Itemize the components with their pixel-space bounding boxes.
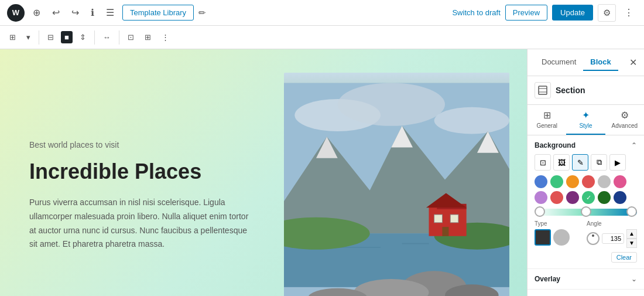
tab-block[interactable]: Block: [583, 54, 618, 71]
canvas-inner: Best world places to visit Incredible Pl…: [0, 49, 527, 296]
tab-advanced-label: Advanced: [612, 123, 638, 129]
text-section: Best world places to visit Incredible Pl…: [18, 128, 266, 263]
angle-stepper: ▲ ▼: [626, 229, 637, 248]
overlay-label: Overlay: [535, 275, 560, 283]
color-swatch-blue[interactable]: [535, 175, 547, 188]
bg-type-video[interactable]: ▶: [609, 154, 626, 171]
top-bar-right: Switch to draft Preview Update ⚙ ⋮: [452, 4, 637, 22]
clear-btn-wrapper: Clear: [535, 251, 637, 263]
panel-tabs: Document Block: [535, 54, 618, 71]
angle-input[interactable]: [602, 233, 624, 244]
color-row-1: [535, 175, 637, 188]
type-swatches: [535, 229, 582, 246]
width-button[interactable]: ↔: [100, 31, 114, 43]
color-swatch-purple-dark[interactable]: [566, 191, 579, 204]
more-button[interactable]: ⋮: [158, 31, 173, 43]
color-swatch-gray[interactable]: [598, 175, 611, 188]
block-section-label: Section: [556, 86, 585, 95]
panel-header: Document Block ✕: [527, 49, 644, 76]
info-button[interactable]: ℹ: [87, 5, 98, 21]
type-swatch-linear[interactable]: [535, 229, 551, 246]
bg-type-image[interactable]: 🖼: [553, 154, 570, 171]
separator-3: [119, 30, 119, 45]
padding-row[interactable]: Padding medium medium ⌄: [527, 290, 644, 296]
block-type-dropdown[interactable]: ▾: [23, 31, 34, 43]
color-swatch-purple-light[interactable]: [535, 191, 547, 204]
color-swatch-pink[interactable]: [614, 175, 626, 188]
type-angle-row: Type Angle ▲ ▼: [535, 220, 637, 248]
block-section-header: Section: [527, 76, 644, 105]
separator-2: [94, 30, 95, 45]
template-library-button[interactable]: Template Library: [122, 5, 194, 21]
tab-document[interactable]: Document: [535, 54, 583, 71]
gradient-handle-mid[interactable]: [581, 206, 591, 217]
gradient-handle-right[interactable]: [626, 206, 637, 217]
clear-button[interactable]: Clear: [611, 252, 637, 263]
overlay-chevron: ⌄: [631, 275, 637, 283]
grid-button[interactable]: ⊞: [141, 31, 155, 43]
add-block-button[interactable]: ⊕: [29, 5, 44, 21]
type-col: Type: [535, 220, 582, 246]
secondary-toolbar: ⊞ ▾ ⊟ ■ ⇕ ↔ ⊡ ⊞ ⋮: [0, 26, 644, 49]
bg-type-gradient[interactable]: ✎: [572, 154, 588, 171]
settings-button[interactable]: ⚙: [598, 4, 616, 22]
angle-input-wrap: ▲ ▼: [587, 229, 637, 248]
angle-dial[interactable]: [587, 232, 600, 245]
landscape-svg: [284, 73, 509, 296]
top-bar-left: W ⊕ ↩ ↪ ℹ ☰ Template Library ✏: [7, 4, 206, 22]
svg-rect-21: [450, 215, 458, 223]
color-swatch-red2[interactable]: [550, 191, 563, 204]
pencil-icon[interactable]: ✏: [198, 8, 206, 18]
bg-type-none[interactable]: ⊡: [535, 154, 551, 171]
preview-button[interactable]: Preview: [505, 5, 547, 21]
tab-style-label: Style: [579, 123, 592, 129]
svg-rect-20: [434, 215, 443, 223]
svg-point-3: [434, 107, 509, 134]
overlay-row[interactable]: Overlay ⌄: [527, 269, 644, 290]
tab-general[interactable]: ⊞ General: [527, 105, 566, 135]
media-button[interactable]: ⊡: [124, 31, 138, 43]
svg-rect-11: [402, 243, 429, 244]
color-swatch-dark-green[interactable]: [598, 191, 611, 204]
svg-rect-22: [442, 227, 448, 236]
block-section-icon: [535, 82, 551, 98]
angle-up-button[interactable]: ▲: [626, 229, 637, 239]
update-button[interactable]: Update: [552, 5, 593, 21]
wp-logo[interactable]: W: [7, 4, 25, 22]
gradient-handle-left[interactable]: [535, 206, 545, 217]
color-swatch-green[interactable]: [550, 175, 563, 188]
canvas[interactable]: Best world places to visit Incredible Pl…: [0, 49, 527, 296]
color-swatch-navy[interactable]: [614, 191, 626, 204]
switch-draft-button[interactable]: Switch to draft: [452, 8, 500, 17]
layout-button[interactable]: ⊟: [44, 31, 57, 43]
more-options-button[interactable]: ⋮: [621, 5, 637, 21]
gradient-bar[interactable]: [535, 209, 637, 216]
align-button[interactable]: ⇕: [76, 31, 90, 43]
angle-down-button[interactable]: ▼: [626, 239, 637, 248]
tab-style[interactable]: ✦ Style: [566, 105, 605, 135]
tab-advanced[interactable]: ⚙ Advanced: [605, 105, 644, 135]
close-panel-button[interactable]: ✕: [629, 57, 637, 68]
svg-point-2: [338, 83, 445, 126]
color-swatch-orange[interactable]: [566, 175, 579, 188]
top-bar: W ⊕ ↩ ↪ ℹ ☰ Template Library ✏ Switch to…: [0, 0, 644, 26]
background-group-header[interactable]: Background ⌃: [535, 141, 637, 149]
undo-button[interactable]: ↩: [49, 5, 63, 21]
list-view-button[interactable]: ☰: [102, 5, 118, 21]
block-type-button[interactable]: ⊞: [6, 31, 19, 43]
tab-general-label: General: [536, 123, 557, 129]
image-section: [284, 73, 509, 296]
angle-col: Angle ▲ ▼: [587, 220, 637, 248]
subtitle: Best world places to visit: [29, 140, 255, 149]
general-icon: ⊞: [543, 110, 551, 121]
color-swatch-green-dark[interactable]: [582, 191, 595, 204]
color-swatch-red[interactable]: [582, 175, 595, 188]
style-icon: ✦: [582, 110, 590, 121]
type-swatch-radial[interactable]: [553, 229, 570, 246]
main-title: Incredible Places: [29, 159, 255, 184]
place-image: [284, 73, 509, 296]
redo-button[interactable]: ↪: [68, 5, 83, 21]
color-row-2: [535, 191, 637, 204]
background-button[interactable]: ■: [61, 31, 73, 43]
bg-type-pattern[interactable]: ⧉: [591, 154, 607, 171]
